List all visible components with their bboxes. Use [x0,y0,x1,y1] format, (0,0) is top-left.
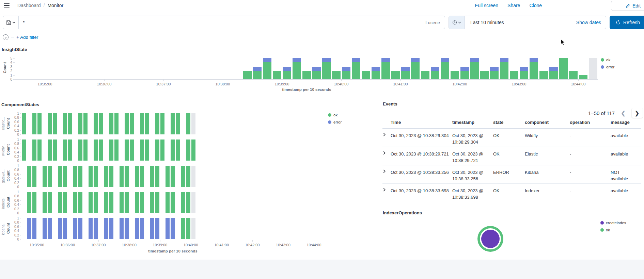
component-bar-error[interactable] [89,218,93,239]
insight-bar-ok[interactable] [391,71,400,79]
legend-item-createindex[interactable]: createindex [600,221,626,225]
component-bar-ok[interactable] [186,140,190,161]
component-bar-error[interactable] [171,218,175,239]
component-bar-ok[interactable] [176,113,180,134]
component-bar-ok[interactable] [94,192,98,213]
insight-bar-ok[interactable] [362,71,370,79]
component-bar-ok[interactable] [104,166,108,187]
insight-bar-ok[interactable] [352,62,360,79]
insight-bar-ok[interactable] [411,62,420,79]
insight-bar-ok[interactable] [520,71,528,79]
component-bar-ok[interactable] [125,166,129,187]
component-bar-ok[interactable] [186,166,190,187]
component-bar-ok[interactable] [160,113,164,134]
component-bar-ok[interactable] [145,140,149,161]
next-page-icon[interactable]: ❯ [632,108,643,118]
component-bar-error[interactable] [166,218,170,239]
legend-item-error[interactable]: error [601,65,614,69]
row-expand-icon[interactable] [382,169,391,183]
component-bar-ok[interactable] [150,166,154,187]
insight-bar-ok[interactable] [510,71,518,79]
insight-bar-error[interactable] [431,67,439,71]
component-bar-ok[interactable] [99,140,103,161]
component-bar-ok[interactable] [32,166,36,187]
insight-bar-ok[interactable] [480,71,489,79]
insight-bar-ok[interactable] [470,62,479,79]
component-bar-ok[interactable] [166,192,170,213]
component-bar-ok[interactable] [109,192,113,213]
component-bar-ok[interactable] [135,166,139,187]
component-bar-ok[interactable] [114,113,119,134]
insight-bar-error[interactable] [263,58,271,62]
legend-item-ok[interactable]: ok [600,228,626,232]
insight-bar-error[interactable] [520,67,528,71]
component-bar-ok[interactable] [155,140,159,161]
time-range-value[interactable]: Last 10 minutes [465,20,576,25]
query-input[interactable]: * [19,20,425,25]
component-bar-ok[interactable] [109,113,113,134]
component-bar-ok[interactable] [171,140,175,161]
insight-bar-ok[interactable] [539,71,548,79]
component-bar-ok[interactable] [94,113,98,134]
component-bar-ok[interactable] [48,140,52,161]
insight-bar-ok[interactable] [431,71,439,79]
component-bar-ok[interactable] [37,113,42,134]
topnav-link-clone[interactable]: Clone [529,3,542,8]
saved-query-menu-button[interactable] [3,16,19,29]
insight-bar-ok[interactable] [342,71,350,79]
component-bar-ok[interactable] [140,192,144,213]
component-bar-ok[interactable] [160,140,164,161]
insight-bar-error[interactable] [530,58,538,62]
component-bar-error[interactable] [63,218,67,239]
component-bar-ok[interactable] [94,166,98,187]
component-bar-ok[interactable] [176,140,180,161]
component-bar-ok[interactable] [191,140,195,161]
component-bar-ok[interactable] [43,192,47,213]
insight-bar-ok[interactable] [549,71,558,79]
component-bar-error[interactable] [43,218,47,239]
component-bar-ok[interactable] [27,192,31,213]
insight-bar-error[interactable] [342,67,350,71]
component-bar-error[interactable] [27,218,31,239]
component-bar-ok[interactable] [125,113,129,134]
component-bar-ok[interactable] [130,113,134,134]
row-expand-icon[interactable] [382,151,391,165]
quick-select-button[interactable] [449,16,465,29]
component-bar-error[interactable] [155,218,159,239]
component-bar-ok[interactable] [130,140,134,161]
legend-item-error[interactable]: error [328,120,342,124]
component-bar-ok[interactable] [120,166,124,187]
component-bar-ok[interactable] [83,140,88,161]
component-bar-error[interactable] [125,218,129,239]
component-bar-ok[interactable] [27,166,31,187]
component-bar-ok[interactable] [63,192,67,213]
insight-bar-error[interactable] [490,67,499,71]
component-bar-error[interactable] [48,218,52,239]
filter-options-icon[interactable] [3,34,9,40]
component-bar-error[interactable] [120,218,124,239]
insight-bar-error[interactable] [381,58,390,62]
component-bar-ok[interactable] [104,192,108,213]
insight-bar-ok[interactable] [490,71,499,79]
insight-bar-ok[interactable] [401,71,410,79]
component-bar-ok[interactable] [94,140,98,161]
component-bar-ok[interactable] [48,166,52,187]
legend-item-ok[interactable]: ok [601,58,614,62]
breadcrumb-dashboard[interactable]: Dashboard [17,3,41,8]
component-bar-ok[interactable] [32,113,36,134]
component-bar-ok[interactable] [166,166,170,187]
indexer-operations-pie[interactable] [477,226,503,252]
component-bar-ok[interactable] [186,192,190,213]
insight-bar-ok[interactable] [322,62,331,79]
component-bar-ok[interactable] [73,166,77,187]
component-bar-ok[interactable] [63,113,67,134]
insight-bar-ok[interactable] [263,62,271,79]
insight-bar-error[interactable] [293,58,301,62]
component-bar-ok[interactable] [73,192,77,213]
component-bar-ok[interactable] [48,192,52,213]
insight-bar-ok[interactable] [372,71,380,79]
component-bar-error[interactable] [104,218,108,239]
component-bar-error[interactable] [58,218,62,239]
component-bar-ok[interactable] [63,140,67,161]
insight-bar-ok[interactable] [559,58,568,79]
